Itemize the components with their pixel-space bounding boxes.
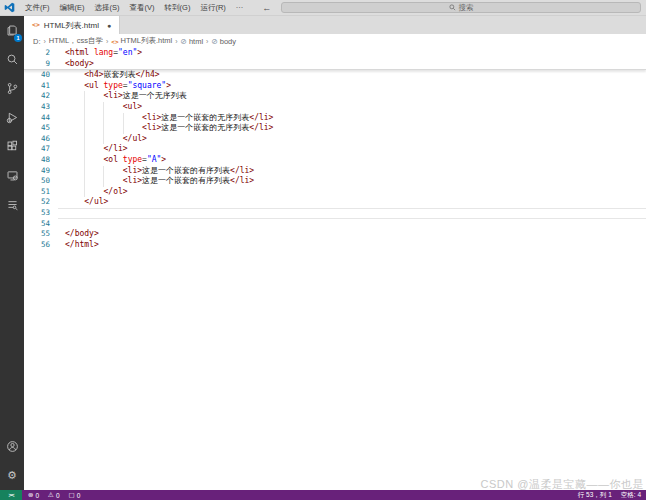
code-line-43[interactable]: 43 <ul> bbox=[24, 102, 646, 113]
menu-item-0[interactable]: 文件(F) bbox=[20, 3, 55, 13]
code-line-49[interactable]: 49 <li>这是一个嵌套的有序列表</li> bbox=[24, 166, 646, 177]
code-line-53[interactable]: 53 bbox=[24, 208, 646, 219]
indent-guide bbox=[84, 134, 85, 145]
code-line-48[interactable]: 48 <ol type="A"> bbox=[24, 155, 646, 166]
menu-item-1[interactable]: 编辑(E) bbox=[55, 3, 90, 13]
status-right-item-0[interactable]: 行 53，列 1 bbox=[578, 491, 612, 500]
indent-guide bbox=[84, 91, 85, 102]
breadcrumb-separator: › bbox=[206, 38, 208, 45]
indent-guide bbox=[103, 102, 104, 113]
indent-guide bbox=[84, 123, 85, 134]
menu-item-6[interactable]: ··· bbox=[231, 3, 249, 13]
tab-html-list-file[interactable]: <> HTML列表.html ● bbox=[24, 16, 120, 34]
status-indicator-1[interactable]: ⚠0 bbox=[48, 491, 59, 499]
menu-item-4[interactable]: 转到(G) bbox=[160, 3, 196, 13]
status-icon: ⚠ bbox=[48, 491, 54, 499]
extensions-icon[interactable] bbox=[0, 132, 24, 161]
search-icon bbox=[449, 4, 456, 11]
command-center-search[interactable]: 搜索 bbox=[281, 2, 641, 13]
code-line-56[interactable]: 56</html> bbox=[24, 240, 646, 251]
indent-guide bbox=[103, 166, 104, 177]
breadcrumb-label: D: bbox=[33, 37, 41, 46]
account-icon[interactable] bbox=[0, 432, 24, 461]
status-indicator-2[interactable]: ▢0 bbox=[69, 491, 81, 499]
line-number: 2 bbox=[24, 48, 58, 59]
symbol-element-icon: ⊘ bbox=[181, 37, 187, 46]
code-line-42[interactable]: 42 <li>这是一个无序列表 bbox=[24, 91, 646, 102]
line-number: 46 bbox=[24, 134, 58, 145]
breadcrumb-label: html bbox=[189, 37, 203, 46]
title-bar: 文件(F)编辑(E)选择(S)查看(V)转到(G)运行(R)··· ← → 搜索 bbox=[0, 0, 646, 16]
menu-item-5[interactable]: 运行(R) bbox=[195, 3, 230, 13]
indent-guide bbox=[103, 176, 104, 187]
code-line-50[interactable]: 50 <li>这是一个嵌套的有序列表</li> bbox=[24, 176, 646, 187]
code-line-47[interactable]: 47 </li> bbox=[24, 144, 646, 155]
breadcrumb-item-4[interactable]: ⊘body bbox=[211, 37, 236, 46]
symbol-element-icon: ⊘ bbox=[211, 37, 217, 46]
code-line-45[interactable]: 45 <li>这是一个嵌套的无序列表</li> bbox=[24, 123, 646, 134]
line-number: 45 bbox=[24, 123, 58, 134]
tab-bar: <> HTML列表.html ● bbox=[24, 16, 646, 34]
line-number: 51 bbox=[24, 187, 58, 198]
vscode-logo-icon bbox=[4, 2, 15, 13]
line-number: 50 bbox=[24, 176, 58, 187]
code-line-44[interactable]: 44 <li>这是一个嵌套的无序列表</li> bbox=[24, 113, 646, 124]
tune-icon[interactable] bbox=[0, 190, 24, 219]
run-debug-icon[interactable] bbox=[0, 103, 24, 132]
indent-guide bbox=[84, 166, 85, 177]
code-line-55[interactable]: 55</body> bbox=[24, 229, 646, 240]
status-icon: ▢ bbox=[69, 491, 75, 499]
breadcrumb-item-0[interactable]: D: bbox=[33, 37, 41, 46]
breadcrumb-item-2[interactable]: <>HTML列表.html bbox=[111, 36, 172, 46]
indent-guide bbox=[84, 176, 85, 187]
line-number: 56 bbox=[24, 240, 58, 251]
indent-guide bbox=[103, 123, 104, 134]
activity-bar: 1 bbox=[0, 16, 24, 490]
code-line-52[interactable]: 52 </ul> bbox=[24, 197, 646, 208]
indent-guide bbox=[84, 187, 85, 198]
remote-indicator[interactable]: >< bbox=[0, 490, 22, 500]
line-number: 42 bbox=[24, 91, 58, 102]
sticky-scroll: 2<html lang="en">9<body> bbox=[24, 48, 646, 70]
breadcrumb-label: HTML，css自学 bbox=[49, 36, 103, 46]
breadcrumb-label: HTML列表.html bbox=[121, 36, 173, 46]
line-number: 52 bbox=[24, 197, 58, 208]
indent-guide bbox=[123, 113, 124, 124]
code-line-9[interactable]: 9<body> bbox=[24, 59, 646, 70]
nav-back-button[interactable]: ← bbox=[262, 3, 271, 13]
status-indicator-0[interactable]: ⊗0 bbox=[28, 491, 39, 499]
status-value: 0 bbox=[35, 492, 39, 499]
remote-explorer-icon[interactable] bbox=[0, 161, 24, 190]
indent-guide bbox=[123, 123, 124, 134]
breadcrumb-item-3[interactable]: ⊘html bbox=[181, 37, 203, 46]
line-number: 55 bbox=[24, 229, 58, 240]
status-right-item-1[interactable]: 空格: 4 bbox=[621, 491, 641, 500]
code-line-54[interactable]: 54 bbox=[24, 219, 646, 230]
code-editor[interactable]: 40 <h4>嵌套列表</h4>41 <ul type="square">42 … bbox=[24, 70, 646, 250]
code-line-46[interactable]: 46 </ul> bbox=[24, 134, 646, 145]
status-icon: ⊗ bbox=[28, 491, 33, 499]
explorer-icon[interactable]: 1 bbox=[0, 16, 24, 45]
line-number: 40 bbox=[24, 70, 58, 81]
code-line-41[interactable]: 41 <ul type="square"> bbox=[24, 81, 646, 92]
search-sidebar-icon[interactable] bbox=[0, 45, 24, 74]
indent-guide bbox=[103, 113, 104, 124]
indent-guide bbox=[84, 102, 85, 113]
code-line-51[interactable]: 51 </ol> bbox=[24, 187, 646, 198]
breadcrumb-item-1[interactable]: HTML，css自学 bbox=[49, 36, 103, 46]
code-line-40[interactable]: 40 <h4>嵌套列表</h4> bbox=[24, 70, 646, 81]
source-control-icon[interactable] bbox=[0, 74, 24, 103]
breadcrumb-label: body bbox=[220, 37, 236, 46]
html-file-icon: <> bbox=[32, 21, 40, 29]
line-number: 41 bbox=[24, 81, 58, 92]
explorer-badge: 1 bbox=[14, 34, 22, 42]
settings-gear-icon[interactable]: ⚙ bbox=[0, 461, 24, 490]
code-line-2[interactable]: 2<html lang="en"> bbox=[24, 48, 646, 59]
line-number: 9 bbox=[24, 59, 58, 70]
menu-item-3[interactable]: 查看(V) bbox=[125, 3, 160, 13]
indent-guide bbox=[84, 155, 85, 166]
menu-item-2[interactable]: 选择(S) bbox=[90, 3, 125, 13]
modified-dot-icon[interactable]: ● bbox=[107, 22, 111, 29]
breadcrumb-separator: › bbox=[44, 38, 46, 45]
search-placeholder: 搜索 bbox=[459, 3, 474, 13]
